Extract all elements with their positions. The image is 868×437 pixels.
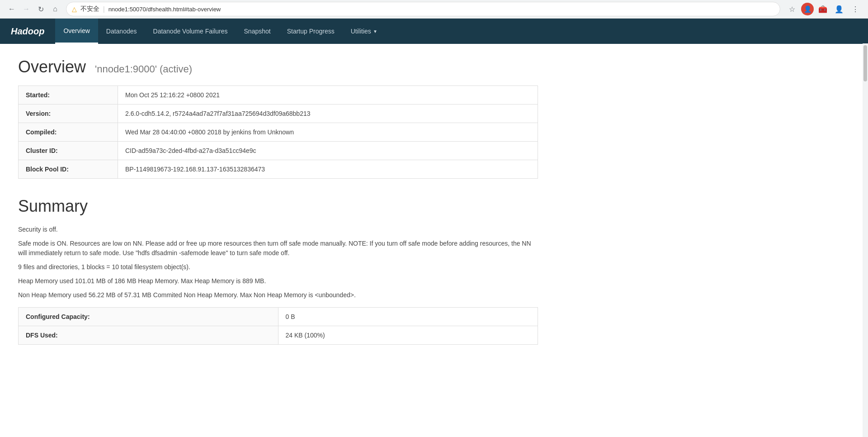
reload-button[interactable]: ↻ — [34, 3, 47, 15]
summary-table: Configured Capacity: 0 B DFS Used: 24 KB… — [18, 307, 538, 345]
toolbar-actions: ☆ 👤 🧰 👤 ⋮ — [785, 2, 863, 16]
row-label: Compiled: — [19, 123, 118, 142]
summary-section: Summary Security is off.Safe mode is ON.… — [18, 197, 850, 345]
extensions-button[interactable]: 🧰 — [816, 2, 830, 16]
back-button[interactable]: ← — [5, 3, 18, 15]
summary-title: Summary — [18, 197, 850, 216]
nav-item-datanodes: Datanodes — [98, 19, 145, 44]
row-value: Wed Mar 28 04:40:00 +0800 2018 by jenkin… — [118, 123, 538, 142]
row-label: Block Pool ID: — [19, 160, 118, 179]
home-button[interactable]: ⌂ — [49, 3, 61, 15]
nav-link-datanode-volume-failures[interactable]: Datanode Volume Failures — [145, 19, 236, 44]
row-label: Version: — [19, 104, 118, 123]
menu-button[interactable]: ⋮ — [848, 2, 863, 16]
nav-buttons: ← → ↻ ⌂ — [5, 3, 61, 15]
nav-item-datanode-volume-failures: Datanode Volume Failures — [145, 19, 236, 44]
url-display: nnode1:50070/dfshealth.html#tab-overview — [108, 6, 774, 13]
nav-link-utilities[interactable]: Utilities ▼ — [343, 19, 386, 44]
navbar-nav: Overview Datanodes Datanode Volume Failu… — [55, 19, 385, 44]
profile-button[interactable]: 👤 — [832, 2, 846, 16]
nav-link-overview[interactable]: Overview — [55, 19, 98, 44]
row-label: DFS Used: — [19, 326, 278, 345]
browser-chrome: ← → ↻ ⌂ △ 不安全 | nnode1:50070/dfshealth.h… — [0, 0, 868, 19]
overview-section: Overview 'nnode1:9000' (active) Started:… — [18, 57, 850, 179]
main-content: Overview 'nnode1:9000' (active) Started:… — [0, 44, 868, 437]
row-value: BP-1149819673-192.168.91.137-16351328364… — [118, 160, 538, 179]
nav-item-snapshot: Snapshot — [236, 19, 279, 44]
navbar: Hadoop Overview Datanodes Datanode Volum… — [0, 19, 868, 44]
table-row: Block Pool ID: BP-1149819673-192.168.91.… — [19, 160, 538, 179]
table-row: DFS Used: 24 KB (100%) — [19, 326, 538, 345]
table-row: Configured Capacity: 0 B — [19, 308, 538, 326]
table-row: Compiled: Wed Mar 28 04:40:00 +0800 2018… — [19, 123, 538, 142]
overview-table: Started: Mon Oct 25 12:16:22 +0800 2021 … — [18, 86, 538, 179]
row-label: Configured Capacity: — [19, 308, 278, 326]
summary-line: Non Heap Memory used 56.22 MB of 57.31 M… — [18, 290, 538, 300]
browser-toolbar: ← → ↻ ⌂ △ 不安全 | nnode1:50070/dfshealth.h… — [0, 0, 868, 18]
nav-item-overview: Overview — [55, 19, 98, 44]
table-row: Version: 2.6.0-cdh5.14.2, r5724a4ad7a27f… — [19, 104, 538, 123]
table-row: Started: Mon Oct 25 12:16:22 +0800 2021 — [19, 86, 538, 104]
nav-link-datanodes[interactable]: Datanodes — [98, 19, 145, 44]
overview-title: Overview 'nnode1:9000' (active) — [18, 57, 850, 76]
row-value: CID-ad59a73c-2ded-4fbd-a27a-d3a51cc94e9c — [118, 142, 538, 160]
row-value: 0 B — [278, 308, 538, 326]
nav-item-startup-progress: Startup Progress — [279, 19, 343, 44]
nav-item-utilities: Utilities ▼ — [343, 19, 386, 44]
row-value: 2.6.0-cdh5.14.2, r5724a4ad7a27f7af31aa72… — [118, 104, 538, 123]
security-warning-icon: △ — [72, 5, 77, 13]
bookmark-button[interactable]: ☆ — [785, 2, 799, 16]
scrollbar[interactable] — [863, 43, 868, 437]
address-bar[interactable]: △ 不安全 | nnode1:50070/dfshealth.html#tab-… — [66, 2, 780, 16]
security-warning-text: 不安全 — [80, 5, 99, 13]
navbar-brand[interactable]: Hadoop — [0, 19, 55, 44]
avatar: 👤 — [801, 3, 814, 15]
row-value: 24 KB (100%) — [278, 326, 538, 345]
table-row: Cluster ID: CID-ad59a73c-2ded-4fbd-a27a-… — [19, 142, 538, 160]
row-label: Started: — [19, 86, 118, 104]
summary-line: 9 files and directories, 1 blocks = 10 t… — [18, 262, 538, 272]
nav-link-snapshot[interactable]: Snapshot — [236, 19, 279, 44]
nav-link-startup-progress[interactable]: Startup Progress — [279, 19, 343, 44]
row-label: Cluster ID: — [19, 142, 118, 160]
summary-lines: Security is off.Safe mode is ON. Resourc… — [18, 225, 850, 300]
forward-button[interactable]: → — [20, 3, 33, 15]
utilities-dropdown-arrow: ▼ — [373, 29, 377, 34]
overview-subtitle: 'nnode1:9000' (active) — [95, 63, 192, 75]
summary-line: Heap Memory used 101.01 MB of 186 MB Hea… — [18, 276, 538, 286]
row-value: Mon Oct 25 12:16:22 +0800 2021 — [118, 86, 538, 104]
summary-line: Safe mode is ON. Resources are low on NN… — [18, 239, 538, 258]
summary-line: Security is off. — [18, 225, 538, 234]
scrollbar-thumb[interactable] — [863, 45, 867, 81]
